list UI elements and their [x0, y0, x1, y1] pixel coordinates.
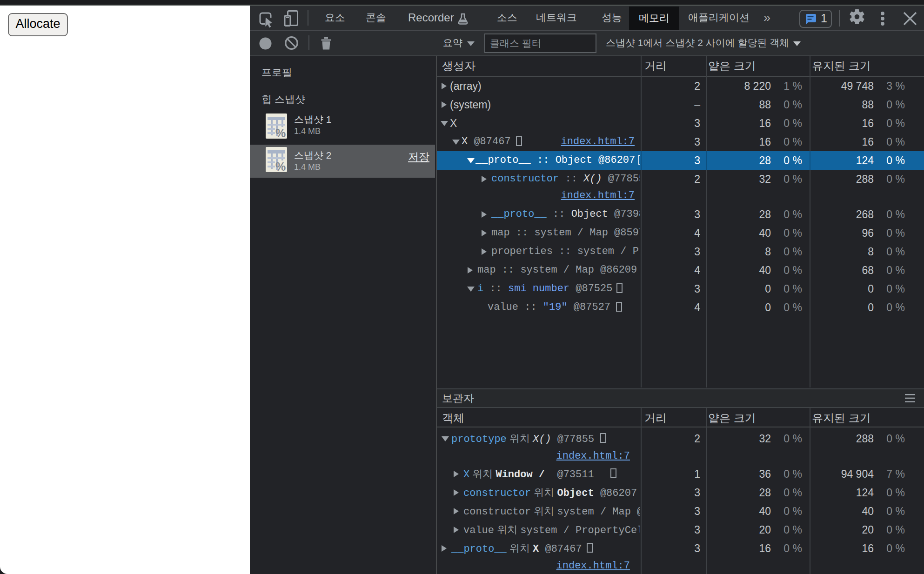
svg-text:%: %: [275, 160, 286, 173]
svg-text:%: %: [275, 127, 286, 140]
